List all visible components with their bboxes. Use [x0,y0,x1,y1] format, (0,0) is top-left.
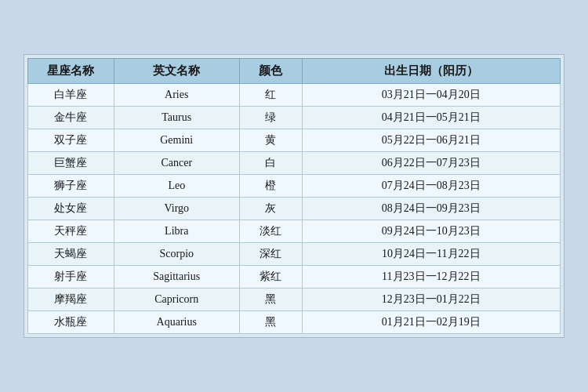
table-row: 双子座Gemini黄05月22日一06月21日 [28,129,561,152]
cell-chinese: 摩羯座 [28,289,114,311]
cell-color: 灰 [239,198,302,220]
cell-chinese: 水瓶座 [28,311,114,334]
cell-dates: 09月24日一10月23日 [302,220,560,243]
cell-dates: 03月21日一04月20日 [302,84,560,107]
cell-color: 深红 [239,243,302,266]
cell-dates: 01月21日一02月19日 [302,311,560,334]
zodiac-table-container: 星座名称 英文名称 颜色 出生日期（阳历） 白羊座Aries红03月21日一04… [24,54,564,338]
cell-english: Capricorn [114,289,239,311]
table-row: 白羊座Aries红03月21日一04月20日 [28,84,561,107]
header-date: 出生日期（阳历） [302,59,560,84]
cell-english: Aquarius [114,311,239,334]
table-row: 处女座Virgo灰08月24日一09月23日 [28,198,561,220]
cell-color: 红 [239,84,302,107]
table-row: 水瓶座Aquarius黑01月21日一02月19日 [28,311,561,334]
cell-chinese: 天秤座 [28,220,114,243]
cell-english: Virgo [114,198,239,220]
cell-color: 紫红 [239,266,302,289]
table-row: 巨蟹座Cancer白06月22日一07月23日 [28,152,561,175]
header-color: 颜色 [239,59,302,84]
cell-english: Taurus [114,107,239,129]
cell-dates: 08月24日一09月23日 [302,198,560,220]
cell-english: Libra [114,220,239,243]
cell-english: Gemini [114,129,239,152]
header-english: 英文名称 [114,59,239,84]
cell-english: Scorpio [114,243,239,266]
table-row: 金牛座Taurus绿04月21日一05月21日 [28,107,561,129]
cell-chinese: 白羊座 [28,84,114,107]
table-header-row: 星座名称 英文名称 颜色 出生日期（阳历） [28,59,561,84]
cell-dates: 07月24日一08月23日 [302,175,560,198]
cell-chinese: 射手座 [28,266,114,289]
cell-color: 绿 [239,107,302,129]
cell-dates: 10月24日一11月22日 [302,243,560,266]
cell-chinese: 巨蟹座 [28,152,114,175]
table-row: 天蝎座Scorpio深红10月24日一11月22日 [28,243,561,266]
cell-english: Aries [114,84,239,107]
cell-chinese: 处女座 [28,198,114,220]
table-row: 狮子座Leo橙07月24日一08月23日 [28,175,561,198]
cell-chinese: 双子座 [28,129,114,152]
cell-color: 黄 [239,129,302,152]
table-row: 摩羯座Capricorn黑12月23日一01月22日 [28,289,561,311]
cell-english: Sagittarius [114,266,239,289]
cell-color: 橙 [239,175,302,198]
cell-dates: 11月23日一12月22日 [302,266,560,289]
cell-dates: 04月21日一05月21日 [302,107,560,129]
cell-english: Leo [114,175,239,198]
header-chinese: 星座名称 [28,59,114,84]
table-row: 射手座Sagittarius紫红11月23日一12月22日 [28,266,561,289]
cell-color: 黑 [239,289,302,311]
cell-english: Cancer [114,152,239,175]
cell-dates: 12月23日一01月22日 [302,289,560,311]
cell-color: 淡红 [239,220,302,243]
zodiac-table: 星座名称 英文名称 颜色 出生日期（阳历） 白羊座Aries红03月21日一04… [27,58,561,334]
cell-color: 黑 [239,311,302,334]
cell-chinese: 金牛座 [28,107,114,129]
cell-dates: 06月22日一07月23日 [302,152,560,175]
cell-dates: 05月22日一06月21日 [302,129,560,152]
cell-color: 白 [239,152,302,175]
cell-chinese: 天蝎座 [28,243,114,266]
cell-chinese: 狮子座 [28,175,114,198]
table-row: 天秤座Libra淡红09月24日一10月23日 [28,220,561,243]
